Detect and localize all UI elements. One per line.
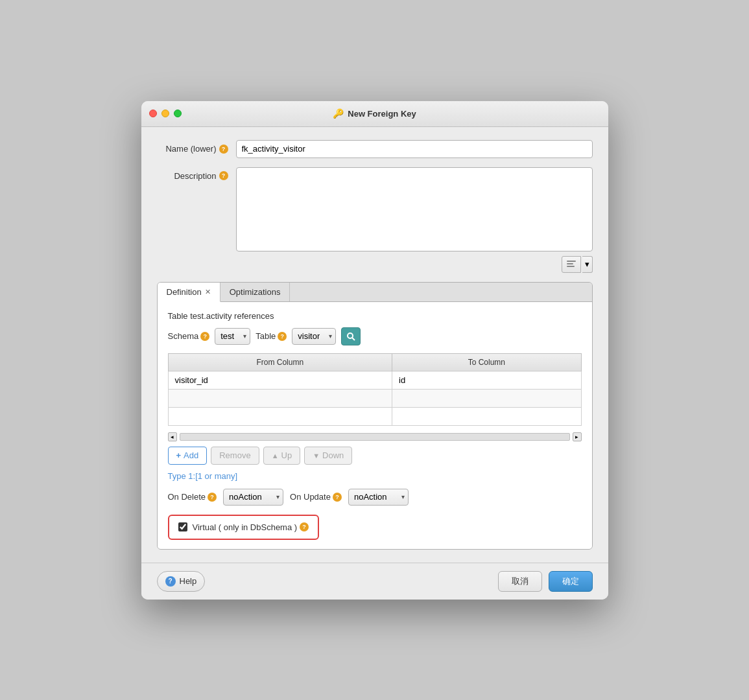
on-delete-help-icon[interactable]: ? (208, 493, 217, 502)
search-button[interactable] (341, 327, 361, 345)
from-col-cell[interactable] (168, 389, 392, 407)
tab-definition-close[interactable]: ✕ (205, 288, 211, 296)
action-buttons-row: + Add Remove ▲ Up ▼ Down (168, 447, 582, 465)
help-button[interactable]: ? Help (157, 571, 206, 592)
description-label-area: Description ? (157, 167, 228, 181)
up-label: Up (281, 450, 292, 460)
from-column-header: From Column (168, 353, 392, 371)
description-textarea-wrap: ▾ (236, 167, 593, 273)
on-update-dropdown[interactable]: noAction cascade setNull setDefault rest… (348, 489, 409, 506)
table-dropdown[interactable]: visitor (292, 328, 336, 345)
scroll-left-button[interactable]: ◂ (168, 432, 177, 441)
tab-optimizations-label: Optimizations (230, 287, 281, 297)
description-dropdown-button[interactable]: ▾ (582, 256, 593, 273)
tab-definition-label: Definition (167, 287, 202, 297)
text-icon (566, 260, 577, 269)
svg-rect-0 (567, 261, 576, 262)
name-label: Name (lower) (165, 144, 216, 154)
to-col-cell[interactable] (392, 407, 581, 425)
plus-icon: + (176, 450, 182, 460)
down-label: Down (322, 450, 344, 460)
up-arrow-icon: ▲ (272, 452, 279, 460)
scroll-right-button[interactable]: ▸ (573, 432, 582, 441)
cancel-button[interactable]: 取消 (498, 571, 542, 592)
svg-line-4 (352, 338, 355, 340)
table-row (168, 389, 581, 407)
titlebar: 🔑 New Foreign Key (141, 101, 608, 127)
confirm-button[interactable]: 确定 (549, 571, 593, 592)
tab-definition[interactable]: Definition ✕ (158, 283, 220, 302)
description-row: Description ? ▾ (157, 167, 593, 273)
description-input[interactable] (236, 167, 593, 251)
down-arrow-icon: ▼ (313, 452, 320, 460)
on-delete-dropdown[interactable]: noAction cascade setNull setDefault rest… (223, 489, 283, 506)
to-col-cell[interactable]: id (392, 371, 581, 389)
on-update-dropdown-wrap: noAction cascade setNull setDefault rest… (348, 489, 409, 506)
maximize-button[interactable] (174, 110, 182, 117)
name-label-area: Name (lower) ? (157, 144, 228, 154)
window-title: 🔑 New Foreign Key (333, 108, 416, 119)
search-icon (346, 332, 355, 341)
to-col-cell[interactable] (392, 389, 581, 407)
on-update-label: On Update ? (290, 492, 342, 502)
on-delete-dropdown-wrap: noAction cascade setNull setDefault rest… (223, 489, 283, 506)
name-row: Name (lower) ? (157, 140, 593, 158)
name-input[interactable] (236, 140, 593, 158)
svg-point-3 (348, 333, 353, 338)
description-label: Description (174, 171, 216, 181)
columns-table: From Column To Column visitor_id id (168, 353, 582, 426)
dialog-content: Name (lower) ? Description ? (141, 127, 608, 563)
schema-dropdown[interactable]: test (215, 328, 250, 345)
schema-table-row: Schema ? test Table ? visitor (168, 327, 582, 345)
tabs-container: Definition ✕ Optimizations Table test.ac… (157, 282, 593, 550)
description-action-button[interactable] (562, 256, 581, 273)
virtual-row: Virtual ( only in DbSchema ) ? (168, 515, 320, 540)
table-label: Table ? (256, 331, 287, 341)
scrollbar-track[interactable] (180, 433, 570, 441)
dialog-window: 🔑 New Foreign Key Name (lower) ? Descrip… (141, 101, 608, 600)
to-column-header: To Column (392, 353, 581, 371)
schema-help-icon[interactable]: ? (200, 332, 209, 341)
help-circle-icon: ? (165, 576, 176, 587)
scrollbar-row: ◂ ▸ (168, 432, 582, 441)
schema-dropdown-wrap: test (215, 328, 250, 345)
name-help-icon[interactable]: ? (219, 145, 228, 154)
virtual-label: Virtual ( only in DbSchema ) ? (193, 522, 309, 532)
type-label: Type 1:[1 or many] (168, 471, 582, 481)
table-row: visitor_id id (168, 371, 581, 389)
table-help-icon[interactable]: ? (278, 332, 287, 341)
on-delete-label: On Delete ? (168, 492, 217, 502)
schema-label: Schema ? (168, 331, 210, 341)
minimize-button[interactable] (161, 110, 169, 117)
window-controls (149, 110, 182, 117)
table-row (168, 407, 581, 425)
description-help-icon[interactable]: ? (219, 171, 228, 180)
tab-optimizations[interactable]: Optimizations (220, 283, 291, 301)
tabs-header: Definition ✕ Optimizations (158, 283, 592, 302)
description-btn-row: ▾ (236, 256, 593, 273)
add-label: Add (184, 450, 198, 460)
add-button[interactable]: + Add (168, 447, 208, 465)
virtual-checkbox[interactable] (178, 522, 187, 531)
tab-content-definition: Table test.activity references Schema ? … (158, 302, 592, 549)
on-update-help-icon[interactable]: ? (333, 493, 342, 502)
from-col-cell[interactable]: visitor_id (168, 371, 392, 389)
table-dropdown-wrap: visitor (292, 328, 336, 345)
virtual-help-icon[interactable]: ? (300, 522, 309, 531)
remove-button[interactable]: Remove (211, 447, 259, 465)
close-button[interactable] (149, 110, 157, 117)
remove-label: Remove (219, 450, 250, 460)
footer-right-buttons: 取消 确定 (498, 571, 593, 592)
dialog-footer: ? Help 取消 确定 (141, 563, 608, 600)
table-ref-label: Table test.activity references (168, 311, 582, 321)
window-icon: 🔑 (333, 108, 344, 119)
svg-rect-2 (567, 266, 575, 267)
on-action-row: On Delete ? noAction cascade setNull set… (168, 489, 582, 506)
help-label: Help (180, 576, 197, 586)
svg-rect-1 (567, 263, 573, 264)
down-button[interactable]: ▼ Down (304, 447, 352, 465)
from-col-cell[interactable] (168, 407, 392, 425)
up-button[interactable]: ▲ Up (263, 447, 301, 465)
